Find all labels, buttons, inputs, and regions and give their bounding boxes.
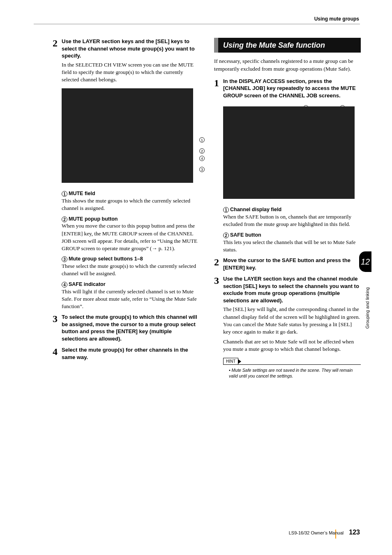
left-column: 2 Use the LAYER section keys and the [SE… (53, 38, 199, 379)
circled-1: 1 (62, 191, 67, 197)
hint-arrow-icon (238, 359, 241, 364)
step-number: 4 (53, 347, 62, 357)
hint-box: HINT • Mute Safe settings are not saved … (223, 357, 361, 379)
item-body: This will light if the currently selecte… (62, 288, 199, 311)
section-heading: Using the Mute Safe function (214, 38, 361, 53)
circled-2: 2 (62, 216, 67, 222)
step-2: 2 Use the LAYER section keys and the [SE… (53, 38, 199, 60)
item-body: When the SAFE button is on, channels tha… (223, 213, 361, 228)
callout-1: 1 (199, 137, 206, 143)
step-body-2: Channels that are set to Mute Safe will … (223, 338, 361, 353)
page-number: 123 (349, 529, 360, 536)
item-mute-field: 1MUTE field This shows the mute groups t… (62, 190, 199, 212)
chapter-label: Grouping and linking (364, 275, 371, 329)
item-title: Channel display field (230, 207, 281, 212)
manual-title: LS9-16/32 Owner’s Manual (289, 530, 344, 535)
step-body-1: The [SEL] key will light, and the corres… (223, 306, 361, 336)
footer: LS9-16/32 Owner’s Manual 123 (289, 528, 360, 537)
step-2r: 2 Move the cursor to the SAFE button and… (214, 257, 361, 271)
step-4: 4 Select the mute group(s) for other cha… (53, 346, 199, 361)
mute-group-screenshot (223, 106, 355, 199)
item-title: SAFE button (230, 232, 261, 238)
step-3r: 3 Use the LAYER section keys and the cha… (214, 275, 361, 304)
hint-label: HINT (223, 358, 238, 365)
step-3: 3 To select the mute group(s) to which t… (53, 313, 199, 342)
step-number: 2 (53, 38, 62, 48)
header-section-label: Using mute groups (314, 16, 359, 22)
two-column-layout: 2 Use the LAYER section keys and the [SE… (53, 38, 361, 379)
step-number: 2 (214, 257, 223, 267)
callout-3: 3 (199, 166, 206, 172)
callout-4: 4 (199, 155, 206, 161)
circled-2: 2 (223, 233, 229, 238)
step-number: 3 (214, 276, 223, 286)
step-1: 1 In the DISPLAY ACCESS section, press t… (214, 78, 361, 99)
step-heading: To select the mute group(s) to which thi… (62, 313, 199, 342)
header-rule (34, 24, 360, 24)
hint-text: • Mute Safe settings are not saved in th… (223, 364, 361, 379)
step-heading: Select the mute group(s) for other chann… (62, 346, 199, 361)
item-body: This shows the mute groups to which the … (62, 197, 199, 212)
item-safe-indicator: 4SAFE indicator This will light if the c… (62, 281, 199, 311)
step-number: 1 (214, 78, 223, 88)
chapter-tab: 12 (359, 251, 371, 272)
step-heading: Use the LAYER section keys and the chann… (223, 275, 361, 304)
item-title: SAFE indicator (69, 281, 106, 287)
item-body: These select the mute group(s) to which … (62, 263, 199, 277)
step-body: In the SELECTED CH VIEW screen you can u… (62, 61, 199, 84)
step-heading: Use the LAYER section keys and the [SEL]… (62, 38, 199, 60)
item-body: When you move the cursor to this popup b… (62, 222, 199, 252)
circled-4: 4 (62, 282, 67, 288)
item-title: Mute group select buttons 1–8 (69, 256, 143, 262)
callout-2: 2 (199, 148, 206, 154)
item-title: MUTE popup button (69, 216, 118, 222)
circled-1: 1 (223, 207, 229, 213)
item-body: This lets you select the channels that w… (223, 239, 361, 253)
intro-paragraph: If necessary, specific channels register… (214, 58, 361, 72)
selected-ch-view-screenshot (62, 88, 193, 183)
item-title: MUTE field (69, 191, 95, 196)
item-mute-group-buttons: 3Mute group select buttons 1–8 These sel… (62, 256, 199, 277)
step-heading: Move the cursor to the SAFE button and p… (223, 257, 361, 271)
circled-3: 3 (62, 256, 67, 262)
right-column: Using the Mute Safe function If necessar… (214, 38, 361, 379)
step-heading: In the DISPLAY ACCESS section, press the… (223, 78, 361, 99)
step-number: 3 (53, 314, 62, 324)
item-mute-popup: 2MUTE popup button When you move the cur… (62, 216, 199, 253)
item-safe-button: 2SAFE button This lets you select the ch… (223, 232, 361, 253)
item-channel-display: 1Channel display field When the SAFE but… (223, 206, 361, 228)
